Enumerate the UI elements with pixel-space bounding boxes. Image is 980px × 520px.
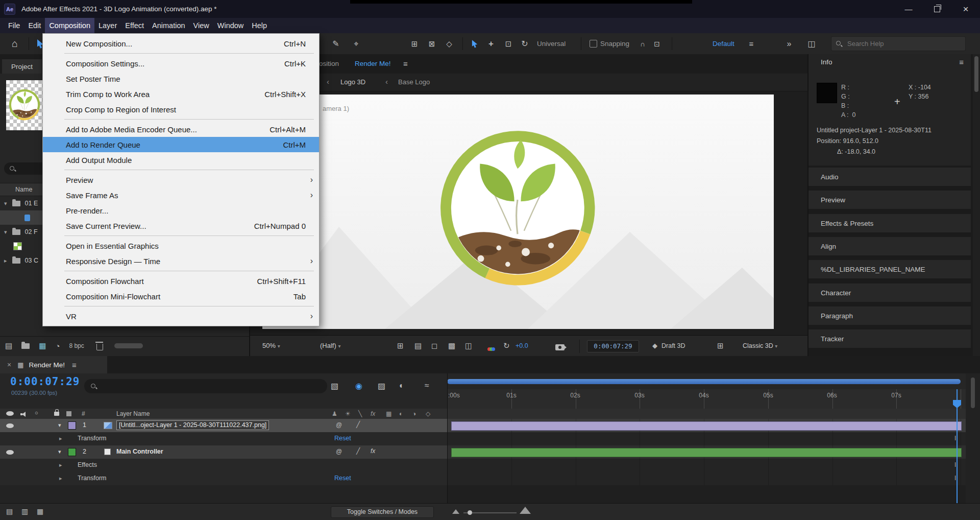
panel-header-tracker[interactable]: Tracker [808,329,971,348]
gizmo-rotate-icon[interactable]: ↻ [519,33,531,54]
panel-header-preview[interactable]: Preview [808,191,971,209]
expand-arrow-icon[interactable]: ▾ [58,448,61,455]
expand-layer-switches-icon[interactable]: ▤ [6,507,13,515]
interpret-footage-icon[interactable]: ▤ [5,341,12,350]
graph-editor-icon[interactable]: ≈ [425,381,429,390]
pixel-aspect-icon[interactable]: ◫ [465,341,472,350]
pickwhip-icon[interactable]: @ [336,448,342,455]
parent-none[interactable]: ╱ [356,447,360,455]
local-axis-mode-icon[interactable]: ⊞ [407,33,422,54]
panel-header-paragraph[interactable]: Paragraph [808,306,971,325]
prop-track[interactable]: I [447,472,980,485]
resolution-dropdown[interactable]: (Half) ▾ [320,342,340,349]
menu-item-add-to-ame-queue[interactable]: Add to Adobe Media Encoder Queue...Ctrl+… [43,122,319,137]
fx-switch-icon[interactable]: fx [371,410,375,417]
prop-track[interactable]: I [447,459,980,472]
menu-layer[interactable]: Layer [94,18,121,33]
shy-switch-icon[interactable]: ♟ [332,410,337,417]
exposure-value[interactable]: +0.0 [516,342,528,349]
crumb-baselogo[interactable]: Base Logo [398,78,430,86]
crumb-back-icon[interactable]: ‹ [327,77,329,86]
menu-item-add-to-render-queue[interactable]: Add to Render QueueCtrl+M [43,137,319,152]
snapping-checkbox[interactable] [588,33,598,54]
prop-row-transform-2[interactable]: ▸ Transform Reset [0,472,447,485]
zoom-dropdown[interactable]: 50% ▾ [262,342,280,349]
layer-color-chip[interactable] [68,448,76,456]
timeline-search-input[interactable] [101,382,297,390]
draft-3d-icon[interactable]: ▨ [378,381,385,391]
layer-name[interactable]: Main Controller [116,448,163,455]
layer-color-chip[interactable] [68,421,76,430]
timeline-search-box[interactable] [84,379,327,393]
menu-file[interactable]: File [4,18,24,33]
menu-item-preview[interactable]: Preview› [43,172,319,187]
gizmo-scale-icon[interactable]: ⊡ [502,33,514,54]
menu-item-composition-flowchart[interactable]: Composition FlowchartCtrl+Shift+F11 [43,273,319,289]
tab-project[interactable]: Project [2,59,42,74]
expand-arrow-icon[interactable]: ▸ [59,435,62,442]
mask-visibility-icon[interactable]: ▤ [414,341,422,350]
menu-help[interactable]: Help [248,18,271,33]
prop-row-transform-1[interactable]: ▸ Transform Reset [0,432,447,445]
comp-timecode[interactable]: 0:00:07:29 [587,340,639,352]
expand-inout-icon[interactable]: ▦ [37,507,43,515]
menu-view[interactable]: View [189,18,213,33]
frame-blend-switch-icon[interactable]: ▦ [386,410,391,417]
menu-item-set-poster-time[interactable]: Set Poster Time [43,71,319,86]
search-help-input[interactable] [846,39,961,48]
snap-option-icon[interactable]: ∩ [637,33,648,54]
tab-timeline-render-me[interactable]: × ▦ Render Me! ≡ [0,356,107,373]
panel-header-character[interactable]: Character [808,283,971,302]
menu-item-add-output-module[interactable]: Add Output Module [43,152,319,168]
tab-composition-partial[interactable]: osition [319,60,339,67]
time-navigator-bar[interactable] [447,379,961,384]
comp-mini-flowchart-icon[interactable]: ▧ [331,381,338,391]
panel-header-audio[interactable]: Audio [808,168,971,186]
new-folder-icon[interactable] [21,343,30,349]
menu-item-save-frame-as[interactable]: Save Frame As› [43,187,319,203]
menu-item-crop-comp[interactable]: Crop Comp to Region of Interest [43,102,319,117]
close-button[interactable]: × [951,0,980,18]
expand-arrow-icon[interactable]: ▾ [58,422,61,429]
eye-icon[interactable] [6,423,14,428]
parent-none[interactable]: ╱ [356,421,360,428]
menu-item-save-current-preview[interactable]: Save Current Preview...Ctrl+Numpad 0 [43,218,319,233]
restore-button[interactable] [923,0,951,18]
crumb-logo3d[interactable]: Logo 3D [340,78,365,86]
toggle-switches-modes-button[interactable]: Toggle Switches / Modes [331,506,434,518]
menu-item-responsive-design-time[interactable]: Responsive Design — Time› [43,253,319,269]
expand-arrow-icon[interactable]: ▸ [59,475,62,482]
menu-composition[interactable]: Composition [45,18,94,33]
adjustment-switch-icon[interactable]: ◑ [412,410,416,417]
eye-icon[interactable] [6,450,14,455]
gizmo-position-icon[interactable]: + [485,33,497,54]
puppet-pin-tool-icon[interactable]: ⌖ [350,33,363,54]
threed-switch-icon[interactable]: ◇ [426,410,430,417]
fx-badge[interactable]: fx [371,447,375,455]
timeline-zoom-handle[interactable] [468,510,472,515]
adjustment-icon[interactable]: ◔ [55,342,60,350]
menu-item-new-composition[interactable]: New Composition...Ctrl+N [43,36,319,51]
fast-preview-icon[interactable]: ◆ [652,342,657,349]
minimize-button[interactable]: — [894,0,923,18]
menu-animation[interactable]: Animation [148,18,189,33]
panel-menu-icon[interactable]: ≡ [72,361,77,369]
menu-window[interactable]: Window [213,18,248,33]
gizmo-space-label[interactable]: Universal [537,33,566,54]
menu-item-trim-comp[interactable]: Trim Comp to Work AreaCtrl+Shift+X [43,86,319,102]
workspace-bar-icon[interactable]: ◫ [805,33,818,54]
panel-menu-icon[interactable]: ≡ [403,59,408,68]
motion-blur-icon[interactable]: ◐ [399,381,404,390]
gizmo-select-icon[interactable] [469,33,481,54]
timeline-scrollbar[interactable] [966,373,980,503]
prop-track[interactable]: I [447,432,980,445]
menu-item-open-essential-graphics[interactable]: Open in Essential Graphics [43,238,319,253]
reset-link[interactable]: Reset [334,475,351,482]
comp-viewport[interactable]: amera 1) [250,91,807,335]
panel-menu-icon[interactable]: ≡ [959,58,964,66]
layer-bar-2[interactable] [451,448,962,457]
reset-exposure-icon[interactable]: ↻ [503,341,510,350]
layer-name[interactable]: [Untitl...oject-Layer 1 - 2025-08-30T111… [116,420,269,430]
menu-effect[interactable]: Effect [121,18,148,33]
keyframe-navigator-icon[interactable]: I [954,461,956,468]
